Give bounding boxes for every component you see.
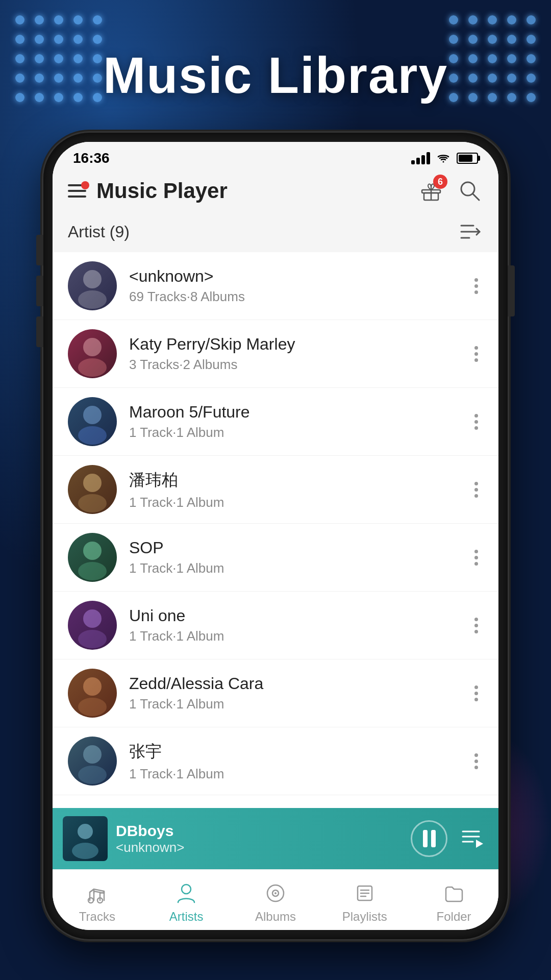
svg-point-18 (83, 609, 102, 628)
more-button[interactable] (469, 409, 483, 435)
artist-name: Katy Perry/Skip Marley (129, 335, 457, 354)
artist-avatar (68, 533, 117, 582)
artist-meta: 1 Track·1 Album (129, 560, 457, 576)
artist-avatar (68, 261, 117, 310)
artist-item[interactable]: Uni one 1 Track·1 Album (53, 592, 498, 659)
artist-item[interactable]: Katy Perry/Skip Marley 3 Tracks·2 Albums (53, 320, 498, 388)
artist-info: 张宇 1 Track·1 Album (129, 741, 457, 782)
now-playing-bar[interactable]: DBboys <unknown> (53, 808, 498, 869)
svg-point-10 (83, 338, 102, 356)
artist-meta: 3 Tracks·2 Albums (129, 357, 457, 373)
artist-avatar (68, 601, 117, 650)
queue-button[interactable] (458, 823, 488, 854)
nav-item-albums[interactable]: Albums (231, 876, 320, 928)
artist-info: 潘玮柏 1 Track·1 Album (129, 469, 457, 510)
menu-button[interactable] (68, 184, 86, 198)
artist-item[interactable]: SOP 1 Track·1 Album (53, 524, 498, 592)
artist-name: 潘玮柏 (129, 469, 457, 492)
music-library-title: Music Library (0, 46, 551, 105)
nav-label-folder: Folder (437, 910, 471, 924)
artist-meta: 1 Track·1 Album (129, 766, 457, 782)
artist-count-label: Artist (9) (68, 223, 130, 241)
more-button[interactable] (469, 341, 483, 367)
more-button[interactable] (469, 680, 483, 706)
svg-marker-29 (476, 840, 483, 848)
artist-list-section: <unknown> 69 Tracks·8 Albums Katy Perry/… (53, 252, 498, 808)
queue-icon (460, 825, 486, 852)
search-button[interactable] (457, 178, 483, 204)
artist-info: Katy Perry/Skip Marley 3 Tracks·2 Albums (129, 335, 457, 373)
wifi-icon (436, 153, 450, 164)
artist-avatar (68, 329, 117, 378)
nav-item-playlists[interactable]: Playlists (320, 876, 409, 928)
svg-point-32 (182, 885, 191, 894)
tracks-icon (84, 880, 110, 906)
artist-meta: 69 Tracks·8 Albums (129, 289, 457, 305)
now-playing-controls (411, 820, 488, 857)
more-button[interactable] (469, 545, 483, 571)
artist-info: Maroon 5/Future 1 Track·1 Album (129, 403, 457, 440)
artists-icon (173, 880, 199, 906)
nav-label-artists: Artists (169, 910, 204, 924)
status-icons (411, 152, 478, 164)
artist-meta: 1 Track·1 Album (129, 495, 457, 510)
artist-name: Zedd/Alessia Cara (129, 674, 457, 693)
phone-mockup: 16:36 (43, 133, 508, 939)
artist-info: SOP 1 Track·1 Album (129, 538, 457, 576)
albums-icon (262, 880, 289, 906)
artist-avatar (68, 397, 117, 446)
svg-point-8 (83, 270, 102, 288)
svg-point-17 (78, 562, 107, 580)
more-button[interactable] (469, 273, 483, 299)
svg-point-11 (78, 358, 107, 377)
artist-item[interactable]: 张宇 1 Track·1 Album (53, 727, 498, 795)
artist-name: 张宇 (129, 741, 457, 763)
nav-item-folder[interactable]: Folder (409, 876, 498, 928)
svg-point-14 (83, 474, 102, 492)
nav-label-albums: Albums (255, 910, 296, 924)
artist-list: <unknown> 69 Tracks·8 Albums Katy Perry/… (53, 252, 498, 795)
svg-point-19 (78, 630, 107, 648)
artist-name: Maroon 5/Future (129, 403, 457, 422)
pause-button[interactable] (411, 820, 447, 857)
more-button[interactable] (469, 748, 483, 774)
artist-meta: 1 Track·1 Album (129, 696, 457, 712)
svg-point-35 (274, 892, 277, 894)
artist-info: <unknown> 69 Tracks·8 Albums (129, 267, 457, 305)
more-button[interactable] (469, 477, 483, 503)
svg-point-21 (78, 698, 107, 716)
sort-icon (459, 222, 482, 242)
search-icon (458, 179, 482, 203)
artist-avatar (68, 737, 117, 786)
artist-info: Uni one 1 Track·1 Album (129, 606, 457, 644)
artist-item[interactable]: <unknown> 69 Tracks·8 Albums (53, 252, 498, 320)
battery-icon (457, 153, 478, 164)
artist-item[interactable]: Maroon 5/Future 1 Track·1 Album (53, 388, 498, 456)
now-playing-title: DBboys (116, 822, 403, 840)
nav-item-tracks[interactable]: Tracks (53, 876, 142, 928)
phone-screen: 16:36 (53, 142, 498, 930)
now-playing-info: DBboys <unknown> (116, 822, 403, 855)
artist-avatar (68, 669, 117, 718)
svg-point-16 (83, 542, 102, 560)
artist-item[interactable]: 潘玮柏 1 Track·1 Album (53, 456, 498, 524)
artist-item[interactable]: Zedd/Alessia Cara 1 Track·1 Album (53, 659, 498, 727)
svg-point-30 (88, 898, 93, 903)
sort-button[interactable] (458, 222, 483, 242)
artist-meta: 1 Track·1 Album (129, 628, 457, 644)
app-title: Music Player (96, 179, 228, 203)
header-left: Music Player (68, 179, 228, 203)
phone-frame: 16:36 (43, 133, 508, 939)
nav-label-tracks: Tracks (79, 910, 115, 924)
artist-meta: 1 Track·1 Album (129, 425, 457, 440)
pause-icon (423, 830, 436, 847)
menu-notification-dot (81, 181, 89, 189)
now-playing-artist: <unknown> (116, 840, 403, 855)
signal-icon (411, 152, 430, 164)
nav-item-artists[interactable]: Artists (142, 876, 231, 928)
svg-point-24 (78, 824, 93, 839)
gift-button[interactable]: 6 (418, 178, 444, 204)
more-button[interactable] (469, 612, 483, 639)
artist-avatar (68, 465, 117, 514)
app-header: Music Player 6 (53, 170, 498, 211)
